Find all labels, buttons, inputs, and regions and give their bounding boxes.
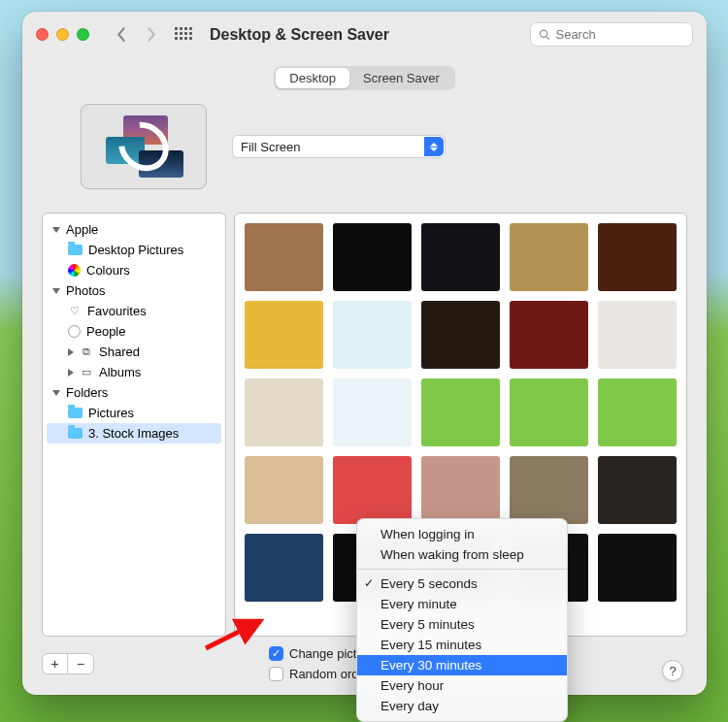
add-remove-buttons: + − (42, 653, 94, 674)
zoom-window-button[interactable] (77, 28, 89, 41)
thumbnail[interactable] (421, 378, 500, 446)
sidebar-label: Photos (66, 283, 105, 298)
thumbnail[interactable] (510, 301, 588, 369)
svg-line-1 (546, 37, 549, 40)
shared-icon: ⧉ (80, 345, 93, 359)
person-icon (68, 325, 81, 338)
sidebar-item-label: Favourites (87, 304, 147, 318)
sidebar-item-pictures-folder[interactable]: Pictures (47, 403, 221, 423)
svg-point-0 (540, 30, 546, 37)
search-input[interactable] (555, 27, 684, 42)
checkmark-icon: ✓ (364, 576, 374, 590)
tabs: Desktop Screen Saver (274, 66, 454, 90)
menu-item-15-minutes[interactable]: Every 15 minutes (357, 635, 567, 655)
sidebar-item-label: Shared (99, 345, 140, 359)
sidebar-item-label: Desktop Pictures (88, 243, 183, 257)
thumbnail[interactable] (510, 378, 588, 446)
thumbnail[interactable] (598, 456, 677, 524)
menu-item-5-seconds[interactable]: ✓Every 5 seconds (357, 574, 567, 594)
menu-item-5-minutes[interactable]: Every 5 minutes (357, 614, 567, 635)
traffic-lights (36, 28, 89, 41)
sidebar-item-desktop-pictures[interactable]: Desktop Pictures (47, 240, 221, 260)
sidebar-group-apple[interactable]: Apple (47, 219, 221, 240)
sidebar-item-label: People (86, 324, 125, 339)
thumbnail[interactable] (245, 456, 323, 524)
menu-item-1-hour[interactable]: Every hour (357, 675, 567, 696)
remove-folder-button[interactable]: − (68, 654, 93, 673)
tab-screensaver[interactable]: Screen Saver (349, 68, 453, 88)
sidebar-group-folders[interactable]: Folders (47, 382, 221, 403)
thumbnail[interactable] (333, 223, 412, 291)
menu-item-30-minutes[interactable]: Every 30 minutes (357, 655, 567, 675)
source-list[interactable]: Apple Desktop Pictures Colours Photos ♡F… (42, 213, 226, 637)
color-wheel-icon (68, 264, 81, 277)
window-toolbar: Desktop & Screen Saver (22, 12, 707, 54)
thumbnail[interactable] (510, 223, 588, 291)
thumbnail[interactable] (333, 378, 412, 446)
sidebar-item-label: 3. Stock Images (88, 426, 179, 441)
rotating-collage-icon (100, 115, 187, 178)
search-field[interactable] (530, 22, 693, 47)
sidebar-item-stock-images-folder[interactable]: 3. Stock Images (47, 423, 221, 443)
thumbnail[interactable] (510, 456, 588, 524)
menu-item-1-minute[interactable]: Every minute (357, 594, 567, 614)
thumbnail[interactable] (598, 534, 677, 602)
thumbnail[interactable] (245, 534, 323, 602)
chevron-down-icon (52, 390, 60, 396)
thumbnail[interactable] (245, 223, 323, 291)
folder-icon (68, 408, 83, 418)
chevron-down-icon (52, 227, 60, 233)
menu-item-logging-in[interactable]: When logging in (357, 524, 567, 544)
sidebar-label: Folders (66, 385, 108, 400)
grid-icon (175, 27, 190, 43)
chevron-down-icon (52, 288, 60, 294)
help-button[interactable]: ? (662, 660, 683, 681)
random-order-checkbox[interactable] (269, 667, 283, 681)
thumbnail[interactable] (245, 301, 323, 369)
sidebar-label: Apple (66, 222, 98, 237)
nav-buttons (109, 24, 163, 46)
sidebar-item-people[interactable]: People (47, 321, 221, 342)
sidebar-item-colours[interactable]: Colours (47, 260, 221, 280)
thumbnail[interactable] (598, 223, 677, 291)
sidebar-group-photos[interactable]: Photos (47, 280, 221, 301)
minimize-window-button[interactable] (56, 28, 69, 41)
show-all-button[interactable] (175, 27, 190, 43)
thumbnail[interactable] (333, 456, 412, 524)
sidebar-item-label: Albums (99, 365, 141, 379)
menu-item-waking[interactable]: When waking from sleep (357, 544, 567, 565)
add-folder-button[interactable]: + (43, 654, 68, 673)
thumbnail[interactable] (421, 456, 500, 524)
sidebar-item-shared[interactable]: ⧉Shared (47, 342, 221, 362)
tab-desktop[interactable]: Desktop (276, 68, 349, 88)
chevron-right-icon (68, 369, 74, 377)
folder-icon (68, 428, 83, 439)
sidebar-item-favourites[interactable]: ♡Favourites (47, 301, 221, 321)
thumbnail[interactable] (421, 223, 500, 291)
thumbnail[interactable] (598, 301, 677, 369)
fill-mode-value: Fill Screen (233, 140, 308, 154)
folder-icon (68, 245, 83, 255)
change-picture-checkbox[interactable]: ✓ (269, 646, 283, 661)
thumbnail[interactable] (598, 378, 677, 446)
interval-menu[interactable]: When logging in When waking from sleep ✓… (356, 518, 568, 722)
heart-icon: ♡ (68, 305, 82, 318)
menu-separator (357, 569, 567, 570)
album-icon: ▭ (80, 366, 93, 379)
sidebar-item-label: Colours (86, 263, 130, 278)
updown-caret-icon (424, 137, 444, 156)
thumbnail[interactable] (421, 301, 500, 369)
menu-item-1-day[interactable]: Every day (357, 696, 567, 716)
chevron-right-icon (68, 348, 74, 356)
back-button[interactable] (109, 24, 134, 46)
sidebar-item-label: Pictures (88, 406, 134, 420)
forward-button[interactable] (138, 24, 163, 46)
sidebar-item-albums[interactable]: ▭Albums (47, 362, 221, 382)
search-icon (539, 28, 549, 41)
desktop-preview (81, 104, 207, 189)
thumbnail[interactable] (333, 301, 412, 369)
close-window-button[interactable] (36, 28, 49, 41)
fill-mode-select[interactable]: Fill Screen (232, 135, 446, 158)
window-title: Desktop & Screen Saver (210, 26, 389, 44)
thumbnail[interactable] (245, 378, 323, 446)
